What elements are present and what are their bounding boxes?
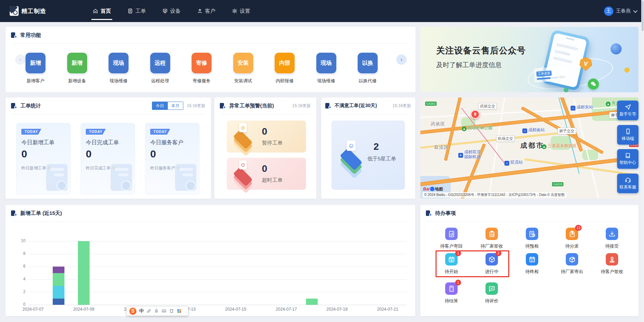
- tab-month[interactable]: 本月: [168, 102, 183, 110]
- stat-card-0[interactable]: TODAY 今日新增工单 0 昨日新增工单0: [16, 123, 71, 195]
- alert-value: 0: [262, 163, 267, 174]
- bar-segment[interactable]: [53, 267, 64, 273]
- abnormal-alerts-card: 异常工单预警(当前) 15:16更新 0 暂停工单 0 超时工单: [214, 97, 316, 199]
- map-copyright: © 2024 Baidu - GS(2023)3206号 - 甲测资字11111…: [422, 192, 566, 198]
- ime-skin-icon[interactable]: [169, 309, 174, 313]
- quick-btn-4[interactable]: 寄修: [192, 53, 212, 73]
- quick-btn-8[interactable]: 以换: [358, 53, 378, 73]
- float-btn-3[interactable]: 联系客服: [617, 174, 638, 193]
- alert-card-orange[interactable]: 0 暂停工单: [227, 121, 306, 153]
- y-tick: 4: [17, 277, 25, 281]
- nav-item-device[interactable]: 设备: [162, 0, 181, 22]
- baidu-map[interactable]: G4202武侯立交∩成都东站▲青龙湖狮子立交武侯区▲悦动彩林公园∩成都南站娇子立…: [420, 97, 638, 198]
- quick-btn-label: 远程处理: [141, 78, 179, 84]
- quick-btn-2[interactable]: 现场: [109, 53, 129, 73]
- x-tick: 2024-07-17: [269, 307, 304, 312]
- stat-card-1[interactable]: TODAY 今日完成工单 0 昨日完成工单0: [81, 123, 135, 195]
- quick-btn-6[interactable]: 内部: [275, 53, 295, 73]
- ime-keyboard-icon[interactable]: [162, 309, 166, 313]
- quick-btn-1[interactable]: 新增: [67, 53, 87, 73]
- todo-item-8[interactable]: 待厂家寄出: [553, 253, 591, 275]
- box-clock-icon: [566, 253, 578, 266]
- bar-segment[interactable]: [78, 241, 90, 305]
- todo-item-5[interactable]: 1 待开始: [432, 253, 470, 275]
- alert-card-red[interactable]: 0 超时工单: [227, 158, 306, 190]
- todo-label: 待客户寄回: [432, 243, 470, 249]
- sogou-logo-icon[interactable]: S: [129, 308, 136, 315]
- todo-item-6[interactable]: 2 进行中: [473, 253, 511, 275]
- quick-btn-0[interactable]: 新增: [25, 53, 45, 73]
- todo-item-7[interactable]: 待终检: [513, 253, 551, 275]
- baidu-paw-icon: [430, 187, 435, 191]
- todo-item-0[interactable]: 待客户寄回: [432, 228, 470, 249]
- quick-btn-3[interactable]: 远程: [150, 53, 170, 73]
- brand[interactable]: 精工制造: [10, 6, 46, 16]
- carousel-next-button[interactable]: ›: [396, 54, 407, 65]
- wechat-icon: [588, 79, 599, 90]
- ime-lang-toggle[interactable]: 中: [139, 308, 144, 314]
- y-tick: 0: [17, 302, 25, 307]
- doc-clock-icon: [526, 228, 538, 240]
- carousel-prev-button[interactable]: ‹: [15, 54, 25, 65]
- ime-mic-icon[interactable]: [154, 309, 159, 313]
- scrollbar-thumb[interactable]: [642, 1, 644, 31]
- stat-card-2[interactable]: TODAY 今日服务客户 0 昨日服务客户0: [145, 123, 200, 195]
- bar-segment[interactable]: [306, 299, 318, 305]
- todo-label: 待结算: [432, 298, 470, 304]
- float-btn-0[interactable]: 新手引导: [617, 101, 638, 120]
- ime-toolbox-icon[interactable]: [177, 309, 182, 313]
- y-tick: 2: [17, 289, 25, 294]
- nav-item-workorder[interactable]: 工单: [127, 0, 146, 22]
- stat-watermark-icon: [166, 162, 196, 191]
- quick-btn-5[interactable]: 安装: [233, 53, 253, 73]
- todo-item-3[interactable]: 13 待分派: [553, 228, 591, 249]
- dashboard-page: 精工制造 首页工单设备客户设置 王 王春燕 常用功能 ‹ › 新增 新增客户新增…: [0, 0, 644, 322]
- workorder-icon: [127, 8, 133, 14]
- abnormal-alerts-title: 异常工单预警(当前): [229, 103, 274, 109]
- nav-item-customer[interactable]: 客户: [197, 0, 215, 22]
- stamp-icon: [606, 253, 618, 266]
- todo-item-11[interactable]: 待评价: [473, 282, 511, 304]
- quick-btn-label: 新增客户: [17, 78, 54, 84]
- todo-item-10[interactable]: 1 待结算: [432, 282, 470, 304]
- bar-segment[interactable]: [53, 299, 64, 305]
- unsatisfied-stat-card[interactable]: 2 低于5星工单: [331, 121, 405, 190]
- wechat-banner[interactable]: 关注设备云售后公众号 及时了解工单进度信息 工单进度 65% V: [420, 27, 638, 92]
- y-tick: 8: [17, 251, 25, 256]
- ime-pen-icon[interactable]: [146, 309, 151, 313]
- calendar-play-icon: 1: [445, 253, 458, 266]
- clipboard-pen-icon: [485, 228, 498, 240]
- quick-btn-label: 现场维修: [307, 78, 345, 84]
- alert-label: 超时工单: [262, 177, 283, 184]
- bar-segment[interactable]: [53, 286, 64, 299]
- top-navbar: 精工制造 首页工单设备客户设置 王 王春燕: [0, 0, 644, 22]
- clipboard-share-icon: 13: [566, 228, 578, 240]
- tab-today[interactable]: 今日: [152, 102, 168, 110]
- ime-toolbar[interactable]: S 中: [126, 306, 188, 316]
- airport-icon: ✈: [458, 153, 463, 158]
- quick-functions-card: 常用功能 ‹ › 新增 新增客户新增 新增设备现场 现场维修远程 远程处理寄修 …: [6, 27, 416, 92]
- map-cluster-marker[interactable]: 9: [471, 110, 480, 119]
- user-name: 王春燕: [616, 8, 631, 14]
- todo-item-9[interactable]: 待客户签收: [593, 253, 631, 275]
- todo-item-4[interactable]: 待接受: [593, 228, 631, 249]
- todo-label: 待厂家寄出: [553, 269, 591, 275]
- paper-plane-icon: [625, 104, 631, 110]
- banner-subtitle: 及时了解工单进度信息: [436, 61, 502, 70]
- stat-title: 今日完成工单: [86, 139, 119, 146]
- bar-segment[interactable]: [53, 273, 64, 286]
- float-btn-2[interactable]: 帮助中心: [617, 149, 638, 169]
- page-scrollbar[interactable]: [641, 0, 644, 322]
- quick-btn-label: 现场维修: [100, 78, 137, 84]
- nav-item-settings[interactable]: 设置: [232, 0, 250, 22]
- download-tray-icon: [606, 228, 618, 240]
- quick-btn-7[interactable]: 现场: [316, 53, 336, 73]
- todo-item-2[interactable]: 待预检: [513, 228, 551, 249]
- todo-item-1[interactable]: 待厂家签收: [473, 228, 511, 249]
- count-badge: 13: [575, 225, 582, 231]
- nav-item-home[interactable]: 首页: [93, 0, 111, 22]
- progress-label: 工单进度: [536, 71, 552, 77]
- scenic-icon: ▲: [462, 126, 467, 131]
- float-btn-1[interactable]: 移动端: [617, 125, 638, 145]
- user-menu[interactable]: 王 王春燕: [604, 0, 636, 22]
